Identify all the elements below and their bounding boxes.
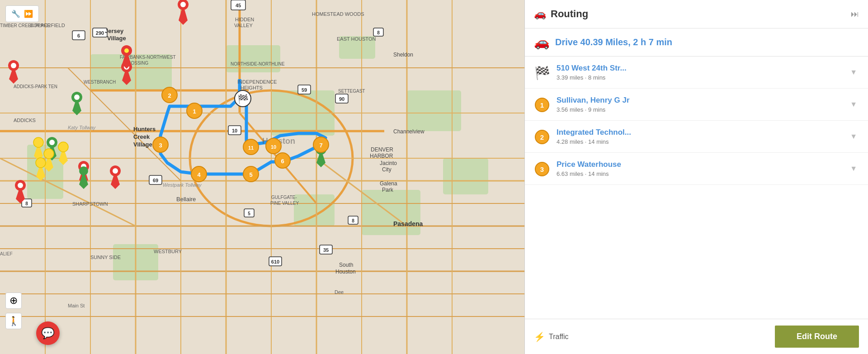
svg-text:2: 2 — [168, 92, 171, 99]
svg-point-128 — [74, 94, 80, 100]
svg-text:VALLEY: VALLEY — [234, 23, 253, 28]
stop-badge-3: 3 — [535, 162, 549, 176]
svg-text:Channelview: Channelview — [393, 128, 425, 135]
svg-text:8: 8 — [25, 201, 28, 206]
route-item-icon-start: 🏁 — [534, 65, 550, 81]
svg-text:Creek: Creek — [133, 133, 150, 140]
routing-header: 🚗 Routing ⏭ — [525, 0, 868, 28]
compass-control[interactable]: ⊕ — [5, 293, 22, 309]
routing-expand-button[interactable]: ⏭ — [851, 9, 859, 19]
route-item-2: 2 Integrated Technol... 4.28 miles · 14 … — [525, 121, 868, 153]
route-item-3: 3 Price Waterhouse 6.63 miles · 14 mins … — [525, 153, 868, 185]
edit-route-button[interactable]: Edit Route — [775, 326, 859, 348]
drive-text: Drive 40.39 Miles, 2 h 7 min — [555, 37, 672, 47]
chat-button[interactable]: 💬 — [36, 321, 60, 345]
svg-text:35: 35 — [323, 247, 329, 253]
svg-text:Jersey: Jersey — [105, 28, 124, 34]
svg-text:59: 59 — [302, 87, 307, 93]
routing-title: Routing — [551, 8, 851, 20]
svg-text:Bellaire: Bellaire — [176, 196, 196, 203]
svg-text:Galena: Galena — [380, 180, 397, 187]
svg-text:10: 10 — [232, 128, 237, 133]
routing-footer: ⚡ Traffic Edit Route — [525, 319, 868, 354]
route-item-name-3[interactable]: Price Waterhouse — [557, 160, 842, 169]
svg-text:ADDICKS: ADDICKS — [14, 118, 36, 123]
start-flag-icon: 🏁 — [534, 66, 550, 80]
forward-icon: ⏩ — [24, 9, 33, 18]
route-item-content-2: Integrated Technol... 4.28 miles · 14 mi… — [557, 128, 842, 145]
route-item-name-start[interactable]: 510 West 24th Str... — [557, 64, 842, 73]
svg-text:10: 10 — [271, 144, 276, 150]
svg-text:6: 6 — [281, 158, 284, 165]
svg-text:1: 1 — [193, 108, 196, 115]
svg-point-142 — [36, 158, 46, 168]
svg-text:Katy Tollway: Katy Tollway — [68, 125, 96, 130]
street-view-button[interactable]: 🚶 — [5, 313, 22, 329]
svg-text:Hunters: Hunters — [133, 126, 156, 132]
route-item-icon-1: 1 — [534, 97, 550, 113]
svg-text:Houston: Houston — [335, 269, 356, 275]
svg-text:ADDICKS-PARK TEN: ADDICKS-PARK TEN — [14, 84, 57, 89]
map-area[interactable]: 6 290 45 69 5 8 8 35 8 59 90 10 610 — [0, 0, 524, 354]
svg-point-110 — [180, 2, 186, 7]
svg-text:90: 90 — [339, 96, 344, 102]
svg-text:WESTBURY: WESTBURY — [154, 249, 182, 254]
route-item-content-1: Sullivan, Henry G Jr 3.56 miles · 9 mins — [557, 96, 842, 113]
route-item-chevron-3[interactable]: ▼ — [848, 163, 859, 175]
svg-point-136 — [79, 166, 88, 175]
svg-text:11: 11 — [248, 145, 254, 151]
svg-text:4: 4 — [197, 171, 201, 178]
route-item-chevron-start[interactable]: ▼ — [848, 66, 859, 78]
svg-rect-9 — [362, 190, 420, 235]
traffic-toggle[interactable]: ⚡ Traffic — [534, 331, 569, 342]
svg-point-119 — [113, 168, 118, 174]
svg-point-138 — [33, 137, 43, 147]
svg-point-113 — [11, 63, 16, 68]
svg-point-140 — [44, 149, 54, 159]
svg-point-131 — [49, 140, 55, 145]
route-item-name-1[interactable]: Sullivan, Henry G Jr — [557, 96, 842, 105]
svg-text:Sheldon: Sheldon — [393, 52, 413, 58]
svg-point-144 — [58, 142, 68, 152]
route-item-1: 1 Sullivan, Henry G Jr 3.56 miles · 9 mi… — [525, 89, 868, 121]
svg-text:610: 610 — [271, 259, 279, 264]
route-item-name-2[interactable]: Integrated Technol... — [557, 128, 842, 137]
svg-text:HOMESTEAD WOODS: HOMESTEAD WOODS — [312, 11, 364, 17]
svg-text:GULFGATE-: GULFGATE- — [271, 195, 297, 200]
svg-text:TIMBER CREEK PLACE: TIMBER CREEK PLACE — [0, 23, 50, 28]
route-item-detail-2: 4.28 miles · 14 mins — [557, 138, 842, 145]
route-item-detail-3: 6.63 miles · 14 mins — [557, 170, 842, 177]
svg-text:5: 5 — [248, 211, 250, 216]
route-item-detail-1: 3.56 miles · 9 mins — [557, 106, 842, 113]
car-icon: 🚗 — [534, 8, 546, 20]
route-item-chevron-1[interactable]: ▼ — [848, 99, 859, 110]
svg-text:3: 3 — [159, 142, 162, 149]
svg-text:Dee: Dee — [335, 289, 344, 295]
svg-text:8: 8 — [352, 218, 354, 223]
svg-text:PINE VALLEY: PINE VALLEY — [270, 201, 299, 206]
svg-text:Pasadena: Pasadena — [393, 220, 423, 227]
svg-text:290: 290 — [96, 30, 104, 36]
svg-text:5: 5 — [249, 171, 252, 178]
svg-text:6: 6 — [77, 33, 80, 38]
svg-point-167 — [124, 48, 129, 53]
svg-text:HEIGHTS: HEIGHTS — [241, 85, 263, 90]
chat-icon: 💬 — [41, 327, 55, 340]
svg-text:Village: Village — [133, 141, 152, 148]
route-item-start: 🏁 510 West 24th Str... 3.39 miles · 8 mi… — [525, 57, 868, 89]
svg-text:ALIEF: ALIEF — [0, 251, 13, 256]
svg-text:8: 8 — [377, 30, 380, 35]
svg-text:SETTEGAST: SETTEGAST — [338, 89, 365, 94]
svg-text:Jacinto: Jacinto — [380, 160, 397, 166]
toolbar-button[interactable]: 🔧 ⏩ — [5, 5, 39, 22]
svg-text:Westpark Tollway: Westpark Tollway — [163, 182, 202, 188]
route-item-chevron-2[interactable]: ▼ — [848, 131, 859, 142]
drive-car-icon: 🚗 — [534, 35, 550, 50]
svg-text:NORTHSIDE-NORTHLINE: NORTHSIDE-NORTHLINE — [231, 61, 285, 66]
route-list: 🏁 510 West 24th Str... 3.39 miles · 8 mi… — [525, 57, 868, 319]
svg-text:Main St: Main St — [68, 303, 85, 308]
svg-text:SUNNY SIDE: SUNNY SIDE — [90, 255, 121, 260]
svg-text:69: 69 — [153, 178, 158, 183]
route-item-content-3: Price Waterhouse 6.63 miles · 14 mins — [557, 160, 842, 177]
svg-text:City: City — [382, 166, 392, 173]
